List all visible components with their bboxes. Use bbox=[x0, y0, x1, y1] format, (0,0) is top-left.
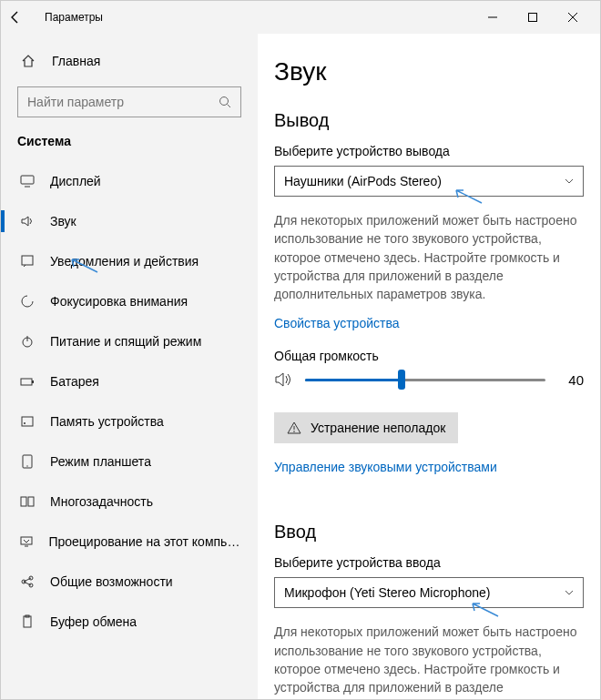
input-device-value: Микрофон (Yeti Stereo Microphone) bbox=[284, 585, 490, 600]
sidebar-item-label: Дисплей bbox=[50, 174, 101, 188]
output-select-label: Выберите устройство вывода bbox=[274, 144, 584, 158]
svg-rect-11 bbox=[22, 417, 33, 426]
search-box[interactable] bbox=[17, 86, 241, 117]
search-input[interactable] bbox=[17, 86, 241, 117]
sidebar-item-4[interactable]: Питание и спящий режим bbox=[1, 321, 258, 361]
sidebar-item-label: Общие возможности bbox=[50, 574, 173, 589]
svg-rect-21 bbox=[24, 616, 31, 627]
sidebar-item-3[interactable]: Фокусировка внимания bbox=[1, 281, 258, 321]
window-title: Параметры bbox=[45, 11, 103, 24]
svg-point-12 bbox=[24, 422, 25, 424]
minimize-button[interactable] bbox=[473, 4, 513, 31]
warning-icon bbox=[287, 421, 301, 435]
sidebar-item-label: Звук bbox=[50, 214, 76, 228]
back-button[interactable] bbox=[8, 10, 37, 25]
sidebar-item-10[interactable]: Общие возможности bbox=[1, 562, 258, 602]
page-title: Звук bbox=[274, 57, 584, 86]
sidebar-item-label: Буфер обмена bbox=[50, 614, 137, 629]
volume-value: 40 bbox=[558, 372, 584, 388]
sidebar-item-5[interactable]: Батарея bbox=[1, 361, 258, 401]
manage-devices-link[interactable]: Управление звуковыми устройствами bbox=[274, 460, 497, 474]
sidebar-item-label: Проецирование на этот компьютер bbox=[48, 534, 241, 549]
svg-rect-16 bbox=[28, 497, 34, 506]
sidebar-item-label: Память устройства bbox=[50, 414, 164, 429]
home-nav[interactable]: Главная bbox=[1, 41, 258, 81]
sidebar-item-7[interactable]: Режим планшета bbox=[1, 441, 258, 482]
battery-icon bbox=[17, 374, 37, 389]
input-heading: Ввод bbox=[274, 522, 584, 543]
troubleshoot-button[interactable]: Устранение неполадок bbox=[274, 412, 458, 443]
maximize-button[interactable] bbox=[513, 4, 553, 31]
svg-point-24 bbox=[293, 431, 295, 433]
project-icon bbox=[17, 534, 36, 549]
sidebar-item-0[interactable]: Дисплей bbox=[1, 161, 258, 201]
svg-rect-15 bbox=[21, 497, 26, 506]
close-button[interactable] bbox=[553, 4, 593, 31]
volume-slider[interactable] bbox=[305, 370, 545, 389]
notifications-icon bbox=[17, 254, 37, 269]
svg-rect-10 bbox=[32, 380, 34, 383]
output-heading: Вывод bbox=[274, 110, 584, 131]
home-label: Главная bbox=[52, 54, 100, 68]
main-content: Звук Вывод Выберите устройство вывода На… bbox=[258, 34, 600, 699]
sidebar-item-label: Режим планшета bbox=[50, 454, 151, 469]
troubleshoot-label: Устранение неполадок bbox=[311, 421, 445, 435]
sidebar-item-1[interactable]: Звук bbox=[1, 201, 258, 241]
sidebar-section-heading: Система bbox=[1, 134, 258, 148]
chevron-down-icon bbox=[565, 178, 574, 184]
svg-rect-6 bbox=[22, 256, 33, 265]
output-device-value: Наушники (AirPods Stereo) bbox=[284, 174, 442, 188]
input-select-label: Выберите устройства ввода bbox=[274, 555, 584, 570]
sidebar-item-2[interactable]: Уведомления и действия bbox=[1, 241, 258, 281]
sidebar-item-label: Питание и спящий режим bbox=[50, 334, 201, 349]
sidebar-item-8[interactable]: Многозадачность bbox=[1, 482, 258, 522]
chevron-down-icon bbox=[565, 590, 574, 595]
titlebar: Параметры bbox=[1, 1, 600, 34]
volume-label: Общая громкость bbox=[274, 349, 584, 363]
home-icon bbox=[17, 54, 39, 68]
multitask-icon bbox=[17, 494, 37, 509]
shared-icon bbox=[17, 574, 37, 589]
sidebar: Главная Система ДисплейЗвукУведомления и… bbox=[1, 34, 258, 699]
display-icon bbox=[17, 174, 37, 188]
sound-icon bbox=[17, 214, 37, 228]
power-icon bbox=[17, 334, 37, 349]
sidebar-item-label: Батарея bbox=[50, 374, 99, 389]
sidebar-item-label: Уведомления и действия bbox=[50, 254, 199, 269]
focus-icon bbox=[17, 294, 37, 309]
tablet-icon bbox=[17, 454, 37, 469]
device-properties-link[interactable]: Свойства устройства bbox=[274, 316, 400, 330]
input-description: Для некоторых приложений может быть наст… bbox=[274, 623, 584, 699]
sidebar-item-label: Многозадачность bbox=[50, 494, 153, 509]
output-device-dropdown[interactable]: Наушники (AirPods Stereo) bbox=[274, 166, 584, 197]
svg-point-14 bbox=[26, 465, 27, 466]
sidebar-item-label: Фокусировка внимания bbox=[50, 294, 188, 309]
clipboard-icon bbox=[17, 614, 37, 629]
sidebar-item-9[interactable]: Проецирование на этот компьютер bbox=[1, 522, 258, 562]
svg-rect-4 bbox=[21, 176, 34, 184]
storage-icon bbox=[17, 414, 37, 429]
speaker-icon[interactable] bbox=[274, 371, 292, 388]
svg-rect-1 bbox=[529, 14, 537, 22]
output-description: Для некоторых приложений может быть наст… bbox=[274, 211, 584, 303]
svg-rect-17 bbox=[21, 537, 32, 544]
input-device-dropdown[interactable]: Микрофон (Yeti Stereo Microphone) bbox=[274, 577, 584, 608]
svg-rect-9 bbox=[21, 379, 32, 385]
sidebar-item-6[interactable]: Память устройства bbox=[1, 401, 258, 441]
sidebar-item-11[interactable]: Буфер обмена bbox=[1, 602, 258, 642]
